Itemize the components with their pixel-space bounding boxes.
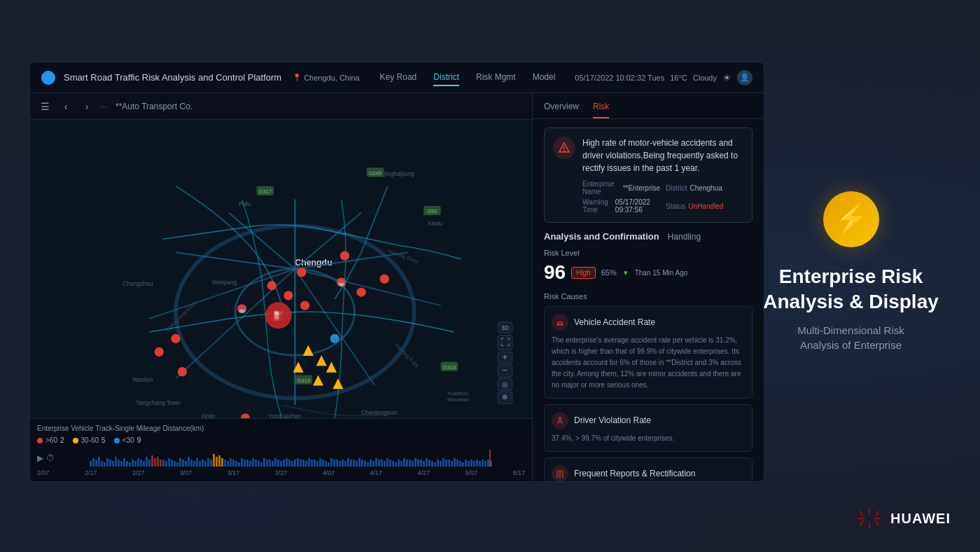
svg-rect-159: [342, 460, 344, 467]
svg-text:Wunlon: Wunlon: [132, 376, 153, 383]
map-canvas[interactable]: Pidu Qingbaijiang Xindu Chongzhou Wenjia…: [30, 120, 532, 418]
risk-arrow: ▼: [622, 269, 629, 277]
svg-rect-143: [297, 458, 299, 467]
lightning-icon: ⚡: [834, 202, 869, 235]
nav-tabs: Key Road District Risk Mgmt Model: [380, 69, 556, 86]
svg-rect-133: [269, 460, 271, 467]
tl-9: 4/27: [418, 469, 430, 476]
svg-rect-95: [162, 460, 164, 467]
svg-rect-86: [137, 458, 139, 467]
svg-rect-211: [487, 460, 489, 467]
map-marker-red-10[interactable]: [284, 291, 293, 300]
svg-rect-72: [98, 457, 100, 467]
svg-rect-75: [106, 458, 108, 467]
svg-text:⛽: ⛽: [272, 310, 284, 322]
legend-bar: Enterprise Vehicle Track-Single Mileage …: [30, 418, 532, 481]
svg-rect-175: [386, 458, 388, 467]
analysis-section-header: Analysis and Confirmation Handling: [544, 231, 752, 242]
district-value: Chenghua: [690, 184, 722, 192]
svg-rect-78: [115, 457, 117, 467]
svg-text:G245: G245: [369, 170, 382, 177]
tab-overview[interactable]: Overview: [544, 102, 579, 118]
svg-rect-168: [367, 462, 369, 467]
svg-rect-141: [291, 461, 293, 467]
map-marker-red-13[interactable]: [297, 268, 306, 277]
svg-rect-207: [476, 460, 478, 467]
svg-text:◎: ◎: [502, 380, 508, 388]
nav-tab-model[interactable]: Model: [533, 69, 556, 86]
handling-tab[interactable]: Handling: [668, 232, 701, 242]
svg-rect-158: [339, 461, 341, 467]
svg-rect-87: [140, 460, 142, 467]
tl-8: 4/17: [370, 469, 383, 476]
app-title: Smart Road Traffic Risk Analysis and Con…: [64, 72, 281, 83]
svg-rect-145: [302, 460, 304, 467]
panel-tabs: Overview Risk: [533, 93, 764, 119]
svg-text:Xinjin: Xinjin: [201, 413, 216, 418]
map-marker-red-11[interactable]: [300, 301, 309, 310]
nav-tab-district[interactable]: District: [433, 69, 459, 86]
clock-icon[interactable]: ⏱: [46, 453, 55, 463]
svg-text:Wenjiang: Wenjiang: [212, 279, 237, 286]
risk-level-section: Risk Level 96 High 65% ▼ Than 15 Min Ago: [544, 249, 752, 284]
svg-rect-191: [431, 461, 433, 467]
svg-rect-122: [238, 462, 240, 467]
svg-rect-184: [412, 461, 414, 467]
svg-rect-162: [350, 460, 352, 467]
svg-rect-105: [190, 460, 192, 467]
back-button[interactable]: ‹: [58, 99, 74, 114]
forward-button[interactable]: ›: [79, 99, 94, 114]
svg-rect-172: [378, 460, 380, 467]
map-marker-red-7[interactable]: [155, 347, 164, 357]
svg-rect-103: [185, 461, 187, 467]
svg-text:Chongzhou: Chongzhou: [122, 280, 153, 287]
svg-rect-102: [182, 460, 184, 467]
svg-rect-194: [440, 461, 442, 467]
svg-text:−: −: [503, 365, 508, 375]
map-marker-red-6[interactable]: [340, 251, 349, 260]
user-icon[interactable]: 👤: [737, 70, 752, 85]
svg-rect-109: [202, 460, 204, 467]
svg-rect-106: [193, 461, 195, 467]
svg-rect-114: [216, 457, 218, 467]
svg-rect-144: [300, 460, 302, 467]
tab-risk[interactable]: Risk: [593, 102, 609, 118]
svg-rect-128: [255, 460, 257, 467]
svg-rect-113: [213, 454, 215, 467]
map-marker-fuel[interactable]: ⛽: [265, 302, 292, 329]
map-marker-red-5[interactable]: [380, 275, 389, 284]
svg-rect-197: [448, 460, 450, 467]
enterprise-subtitle: Multi-Dimensional Risk Analysis of Enter…: [797, 323, 904, 352]
svg-text:Yuanhou: Yuanhou: [447, 390, 468, 396]
right-panel: Overview Risk High rate of motor-ve: [533, 93, 764, 481]
tl-4: 3/07: [180, 469, 192, 476]
map-marker-red-9[interactable]: [171, 334, 180, 343]
menu-button[interactable]: ☰: [37, 99, 52, 114]
svg-rect-149: [314, 460, 316, 467]
svg-text:G318: G318: [443, 364, 456, 371]
svg-rect-118: [227, 461, 229, 467]
map-marker-red-2[interactable]: [267, 281, 276, 290]
map-marker-red-8[interactable]: [178, 367, 187, 376]
huawei-text: HUAWEI: [890, 511, 951, 527]
svg-rect-132: [266, 460, 268, 467]
nav-tab-risk-mgmt[interactable]: Risk Mgmt: [476, 69, 516, 86]
svg-rect-81: [123, 458, 125, 467]
map-marker-red-4[interactable]: [356, 288, 365, 297]
cause-name-reports: Frequent Reports & Rectification: [574, 469, 695, 478]
svg-rect-148: [311, 460, 313, 467]
breadcrumb-label: **Auto Transport Co.: [115, 102, 192, 111]
tl-10: 5/07: [465, 469, 477, 476]
timeline-chart[interactable]: [57, 450, 525, 467]
svg-rect-203: [465, 460, 467, 467]
svg-rect-83: [129, 462, 131, 467]
tl-3: 2/27: [132, 469, 145, 476]
play-icon[interactable]: ▶: [37, 453, 43, 463]
enterprise-name-label: Enterprise Name: [582, 180, 620, 195]
risk-alert-card: High rate of motor-vehicle accidents and…: [544, 127, 752, 223]
cause-desc-driver: 37.4%, > 99.7% of citywide enterprises.: [552, 433, 745, 444]
nav-tab-key-road[interactable]: Key Road: [380, 69, 417, 86]
svg-rect-69: [90, 461, 92, 467]
weather-icon: ☀: [722, 72, 732, 83]
map-marker-blue-1[interactable]: [330, 334, 340, 343]
